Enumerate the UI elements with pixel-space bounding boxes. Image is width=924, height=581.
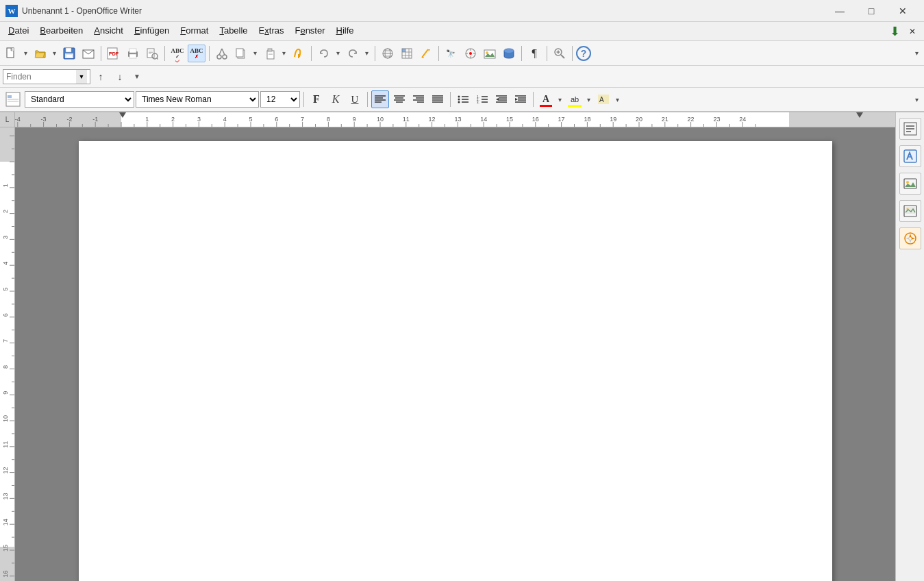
svg-rect-52 [484, 50, 495, 58]
sidebar-properties-btn[interactable] [899, 118, 921, 140]
undo-btn[interactable] [315, 45, 333, 62]
menu-format[interactable]: Format [175, 23, 214, 40]
new-dropdown[interactable]: ▾ [21, 45, 30, 62]
spellcheck-btn[interactable]: ABC ✓ [168, 45, 186, 62]
sidebar-gallery-btn[interactable] [899, 173, 921, 195]
style-select[interactable]: Standard [25, 91, 134, 108]
email-btn[interactable] [79, 45, 97, 62]
hyperlink-btn[interactable] [379, 45, 397, 62]
title-bar: W Unbenannt 1 - OpenOffice Writer — □ ✕ [0, 0, 924, 22]
autocorrect-btn[interactable]: ABC ✗ [188, 45, 205, 62]
open-dropdown[interactable]: ▾ [49, 45, 59, 62]
datasource-btn[interactable] [500, 45, 518, 62]
char-bg-btn[interactable]: A [595, 90, 612, 108]
help-btn[interactable]: ? [576, 46, 591, 61]
minimize-button[interactable]: — [824, 0, 856, 22]
menu-tabelle[interactable]: Tabelle [214, 23, 253, 40]
print-btn[interactable] [124, 45, 142, 62]
menu-extras[interactable]: Extras [253, 23, 290, 40]
ruler-row: L [0, 112, 895, 127]
format-bar: Standard Times New Roman 12 F K U 1.2.3. [0, 88, 924, 112]
maximize-button[interactable]: □ [856, 0, 887, 22]
italic-btn[interactable]: K [327, 90, 345, 108]
indent-less-btn[interactable] [492, 90, 510, 108]
clone-format-btn[interactable] [290, 45, 308, 62]
text-color-btn[interactable]: A [537, 90, 555, 108]
open-btn[interactable] [32, 45, 49, 62]
zoom-btn[interactable] [551, 45, 569, 62]
navigator-btn[interactable] [462, 45, 479, 62]
align-right-btn[interactable] [410, 90, 427, 108]
font-select[interactable]: Times New Roman [136, 91, 259, 108]
highlight-dropdown[interactable]: ▾ [584, 90, 593, 108]
findreplce-btn[interactable]: 🔭 [442, 45, 460, 62]
menu-extra-btn[interactable]: ⬇ [886, 23, 903, 40]
indent-more-btn[interactable] [512, 90, 529, 108]
sidebar-images-btn[interactable] [899, 200, 921, 222]
text-color-dropdown[interactable]: ▾ [555, 90, 564, 108]
right-sidebar [895, 112, 924, 581]
formatbar-overflow[interactable]: ▾ [912, 90, 921, 108]
size-select[interactable]: 12 [260, 91, 300, 108]
find-dropdown-btn[interactable]: ▼ [76, 70, 87, 84]
highlight-btn[interactable]: ab [566, 90, 584, 108]
find-next-btn[interactable]: ↓ [111, 68, 129, 86]
svg-line-24 [222, 49, 225, 55]
copy-dropdown[interactable]: ▾ [250, 45, 260, 62]
menu-bearbeiten[interactable]: Bearbeiten [34, 23, 88, 40]
vruler-canvas [0, 127, 15, 581]
hruler-canvas [15, 112, 895, 127]
bold-btn[interactable]: F [308, 90, 325, 108]
sidebar-styles-btn[interactable] [899, 145, 921, 167]
new-btn[interactable] [3, 45, 21, 62]
svg-point-55 [504, 49, 514, 53]
align-justify-btn[interactable] [429, 90, 447, 108]
draw-btn[interactable] [417, 45, 435, 62]
toolbar-overflow[interactable]: ▾ [912, 45, 921, 62]
print-preview-btn[interactable] [143, 45, 161, 62]
list-bullet-btn[interactable] [454, 90, 472, 108]
menu-hilfe[interactable]: Hilfe [331, 23, 360, 40]
menu-einfuegen[interactable]: Einfügen [129, 23, 175, 40]
gallery-btn[interactable] [481, 45, 499, 62]
svg-point-47 [469, 52, 472, 55]
svg-rect-3 [12, 48, 14, 51]
underline-btn[interactable]: U [346, 90, 364, 108]
svg-rect-42 [402, 49, 405, 52]
find-input[interactable] [6, 72, 75, 82]
nonprinting-btn[interactable]: ¶ [525, 45, 543, 62]
find-prev-btn[interactable]: ↑ [92, 68, 110, 86]
cut-btn[interactable] [213, 45, 231, 62]
align-left-btn[interactable] [371, 90, 389, 108]
paste-dropdown[interactable]: ▾ [279, 45, 288, 62]
menu-datei[interactable]: Datei [3, 23, 34, 40]
document-content[interactable] [154, 217, 757, 581]
window-controls: — □ ✕ [824, 0, 919, 22]
paste-btn[interactable] [261, 45, 279, 62]
undo-dropdown[interactable]: ▾ [333, 45, 342, 62]
copy-btn[interactable] [232, 45, 250, 62]
find-bar: ▼ ↑ ↓ ▼ [0, 66, 924, 88]
close-button[interactable]: ✕ [887, 0, 919, 22]
findbar-expand[interactable]: ▼ [130, 68, 144, 86]
svg-rect-13 [129, 49, 136, 53]
svg-line-20 [157, 58, 158, 60]
redo-btn[interactable] [344, 45, 362, 62]
svg-point-21 [217, 55, 221, 59]
styles-toggle-btn[interactable] [3, 90, 23, 109]
menu-fenster[interactable]: Fenster [289, 23, 330, 40]
menu-ansicht[interactable]: Ansicht [88, 23, 129, 40]
doc-close-btn[interactable]: ✕ [903, 23, 921, 40]
svg-rect-16 [149, 51, 153, 51]
pdf-btn[interactable]: PDF [105, 45, 123, 62]
align-center-btn[interactable] [390, 90, 408, 108]
table-btn[interactable] [398, 45, 416, 62]
save-btn[interactable] [60, 45, 78, 62]
char-bg-dropdown[interactable]: ▾ [612, 90, 622, 108]
list-number-btn[interactable]: 1.2.3. [473, 90, 491, 108]
document-area[interactable] [15, 127, 895, 581]
sidebar-navigator-btn[interactable] [899, 227, 921, 249]
redo-dropdown[interactable]: ▾ [362, 45, 371, 62]
svg-rect-28 [268, 49, 272, 51]
ruler-corner[interactable]: L [0, 112, 15, 127]
